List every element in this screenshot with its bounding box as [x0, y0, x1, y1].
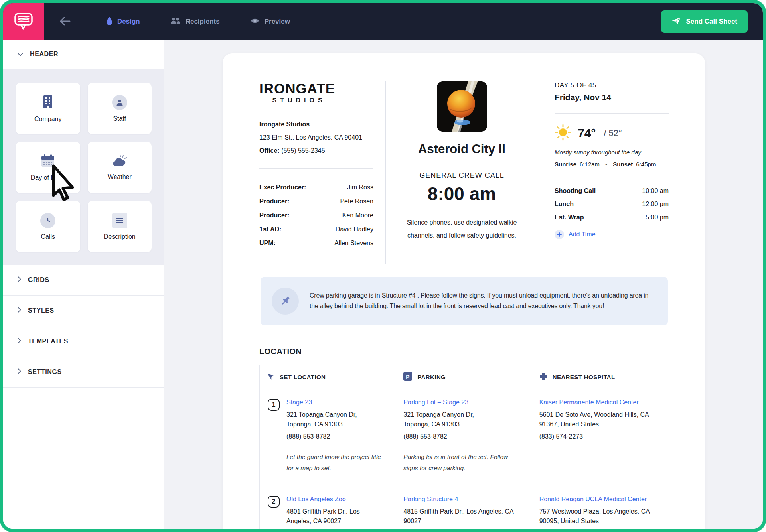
set-location-cell: 1 Stage 23 321 Topanga Canyon Dr, Topang…	[260, 389, 395, 486]
tile-company[interactable]: Company	[16, 83, 80, 134]
add-time-button[interactable]: Add Time	[555, 230, 596, 239]
crew-name: David Hadley	[336, 226, 373, 233]
tab-design[interactable]: Design	[106, 16, 140, 27]
tile-staff[interactable]: Staff	[88, 83, 152, 134]
svg-text:P: P	[406, 374, 410, 380]
tile-day-of-days[interactable]: Day of Days	[16, 142, 80, 193]
sun-icon	[555, 124, 571, 142]
time-value: 12:00 pm	[642, 201, 669, 208]
forecast-text: Mostly sunny throughout the day	[555, 149, 669, 156]
tile-weather[interactable]: Weather	[88, 142, 152, 193]
section-templates-label: TEMPLATES	[28, 338, 68, 345]
eye-icon	[250, 18, 260, 26]
address-line: 90027	[403, 516, 521, 526]
time-row: Lunch12:00 pm	[555, 201, 669, 208]
tab-preview[interactable]: Preview	[250, 18, 290, 26]
crew-role: Producer:	[259, 198, 290, 205]
send-call-sheet-button[interactable]: Send Call Sheet	[661, 10, 748, 33]
company-info: Irongate Studios 123 Elm St., Los Angele…	[259, 118, 373, 157]
tab-recipients[interactable]: Recipients	[170, 17, 220, 27]
sunrise-time: 6:12am	[580, 161, 600, 167]
calendar-icon	[41, 154, 55, 169]
column-header-nearest-hospital: NEAREST HOSPITAL	[531, 365, 667, 389]
paper-plane-icon	[671, 17, 681, 27]
address-line: 90095, United States	[539, 516, 657, 526]
set-location-cell: 2 Old Los Angeles Zoo 4801 Griffith Park…	[260, 486, 395, 529]
crew-row: Producer:Ken Moore	[259, 212, 373, 219]
top-bar: Design Recipients	[3, 3, 763, 40]
company-name: Irongate Studios	[259, 118, 373, 131]
tile-description[interactable]: Description	[88, 201, 152, 252]
parking-cell: Parking Lot – Stage 23 321 Topanga Canyo…	[395, 389, 531, 486]
cloud-sun-icon	[112, 155, 128, 168]
tile-description-label: Description	[104, 233, 136, 240]
app-logo[interactable]	[3, 3, 44, 40]
section-settings-label: SETTINGS	[28, 368, 62, 376]
set-location-address: 4801 Griffith Park Dr., Los Angeles, CA …	[286, 507, 360, 526]
document-icon	[112, 213, 127, 228]
address-line: Topanga, CA 91303	[403, 420, 521, 429]
tab-preview-label: Preview	[265, 18, 290, 26]
crew-name: Pete Rosen	[340, 198, 373, 205]
tile-weather-label: Weather	[108, 173, 132, 181]
tab-design-label: Design	[117, 18, 140, 26]
parking-cell: Parking Structure 4 4815 Griffith Park D…	[395, 486, 531, 529]
address-line: 5601 De Soto Ave, Woodland Hills, CA	[539, 410, 657, 420]
speech-bubble-icon	[14, 12, 34, 32]
address-line: 757 Westwood Plaza, Los Angeles, CA	[539, 507, 657, 516]
crew-name: Ken Moore	[342, 212, 373, 219]
hospital-link[interactable]: Ronald Reagan UCLA Medical Center	[539, 496, 647, 503]
weather-summary: 74° / 52°	[555, 124, 669, 142]
column-header-set-location: SET LOCATION	[260, 365, 395, 389]
crew-role: 1st AD:	[259, 226, 281, 233]
tile-company-label: Company	[34, 116, 61, 123]
back-button[interactable]	[59, 16, 71, 27]
section-grids[interactable]: GRIDS	[3, 265, 164, 296]
note-text: Crew parking garage is in Structure #4 .…	[310, 288, 652, 311]
set-location-link[interactable]: Old Los Angeles Zoo	[286, 496, 346, 503]
hospital-address: 757 Westwood Plaza, Los Angeles, CA 9009…	[539, 507, 657, 526]
section-templates[interactable]: TEMPLATES	[3, 326, 164, 357]
set-location-address: 321 Topanga Canyon Dr, Topanga, CA 91303	[286, 410, 385, 429]
crew-list: Exec Producer:Jim Ross Producer:Pete Ros…	[259, 184, 373, 247]
crew-name: Allen Stevens	[334, 240, 373, 247]
set-location-link[interactable]: Stage 23	[286, 399, 312, 406]
call-sheet-card: IRONGATE STUDIOS Irongate Studios 123 El…	[223, 53, 705, 529]
day-counter: DAY 5 OF 45	[555, 81, 669, 89]
location-title: LOCATION	[259, 347, 667, 356]
location-table: SET LOCATION P PARKING	[259, 365, 667, 529]
chevron-right-icon	[18, 368, 21, 376]
section-settings[interactable]: SETTINGS	[3, 357, 164, 388]
ink-drop-icon	[106, 16, 113, 27]
address-line: 4801 Griffith Park Dr., Los	[286, 507, 360, 516]
tile-calls[interactable]: Calls	[16, 201, 80, 252]
sunset-time: 6:45pm	[636, 161, 656, 167]
section-styles[interactable]: STYLES	[3, 296, 164, 326]
parking-link[interactable]: Parking Lot – Stage 23	[403, 399, 468, 406]
sunset-label: Sunset	[613, 161, 633, 167]
set-location-note: Let the guard know the project title for…	[286, 451, 385, 474]
crew-call-time: 8:00 am	[428, 183, 496, 205]
office-phone: (555) 555-2345	[281, 147, 325, 154]
parking-address: 4815 Griffith Park Dr., Los Angeles, CA …	[403, 507, 521, 526]
safety-note: Silence phones, use designated walkie ch…	[400, 216, 524, 242]
section-header-header[interactable]: HEADER	[3, 40, 164, 69]
chevron-down-icon	[18, 51, 23, 58]
set-location-phone: (888) 553-8782	[286, 433, 385, 440]
sunrise-sunset: Sunrise 6:12am • Sunset 6:45pm	[555, 161, 669, 167]
company-logo: IRONGATE STUDIOS	[259, 81, 335, 104]
tab-recipients-label: Recipients	[186, 18, 220, 26]
crew-role: Exec Producer:	[259, 184, 306, 191]
parking-link[interactable]: Parking Structure 4	[403, 496, 458, 503]
arrow-left-icon	[59, 16, 71, 27]
production-column: Asteroid City II GENERAL CREW CALL 8:00 …	[386, 81, 538, 264]
tile-calls-label: Calls	[41, 233, 55, 240]
address-line: 4815 Griffith Park Dr., Los Angeles, CA	[403, 507, 521, 516]
call-sheet-header: IRONGATE STUDIOS Irongate Studios 123 El…	[223, 53, 705, 264]
company-address: 123 Elm St., Los Angeles, CA 90401	[259, 131, 373, 144]
hospital-link[interactable]: Kaiser Permanente Medical Center	[539, 399, 639, 406]
hospital-address: 5601 De Soto Ave, Woodland Hills, CA 913…	[539, 410, 657, 429]
sunrise-label: Sunrise	[555, 161, 576, 167]
crew-role: Producer:	[259, 212, 290, 219]
add-time-label: Add Time	[569, 231, 596, 238]
